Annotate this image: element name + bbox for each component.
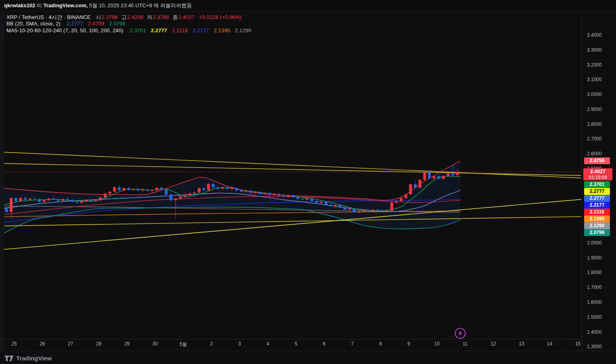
x-axis-tick: 15 — [575, 341, 580, 347]
x-axis-tick: 7 — [351, 341, 354, 347]
x-axis-tick: 14 — [547, 341, 552, 347]
y-axis-tick: 3.3000 — [587, 47, 602, 53]
ohlc-value: 2.3798 — [153, 14, 169, 20]
bb-values: 2.27772.47592.0796 — [62, 21, 125, 27]
x-axis-tick: 30 — [152, 341, 157, 347]
ohlc-label: 고 — [122, 14, 127, 20]
x-axis-tick: 9 — [407, 341, 410, 347]
legend-value: 2.2116 — [172, 27, 188, 33]
legend-symbol-row[interactable]: XRP / TetherUS · 4시간 · BINANCE 시2.3798고2… — [6, 14, 241, 21]
x-axis-tick: 5 — [295, 341, 298, 347]
x-axis-tick: 12 — [490, 341, 496, 347]
time-axis-border — [0, 339, 582, 339]
y-axis-tick: 2.0000 — [587, 240, 602, 246]
tradingview-logo-icon — [5, 356, 14, 361]
y-axis-tick: 1.4000 — [587, 329, 602, 335]
y-axis-tick: 2.7000 — [587, 136, 602, 142]
ohlc-label: 저 — [147, 14, 152, 20]
bb-upper-price-tag: 2.4759 — [584, 157, 610, 164]
left-gutter — [0, 11, 4, 351]
publisher-username: qkrwlaks102 — [4, 2, 35, 8]
legend-value: 2.3701 — [130, 27, 146, 33]
legend-value: 2.2177 — [193, 27, 209, 33]
tradingview-logo-text: TradingView — [16, 355, 52, 362]
ohlc-values: 시2.3798고2.4208저2.3798종2.4027 — [92, 14, 195, 20]
publish-info-bar: qkrwlaks102 이 TradingView.com, 5월 10, 20… — [0, 0, 616, 11]
legend-bb-row[interactable]: BB (20, SMA, close, 2) 2.27772.47592.079… — [6, 21, 126, 27]
publish-date: 5월 10, 2025 23:40 UTC+9 에 퍼블리쉬했음 — [88, 2, 192, 8]
symbol-title[interactable]: XRP / TetherUS · 4시간 · BINANCE — [6, 14, 90, 20]
last-price-tag: 2.402701:19:59 — [583, 168, 612, 180]
y-axis-tick: 1.6000 — [587, 299, 602, 305]
bar-countdown: 01:19:59 — [583, 174, 612, 180]
indicator-price-tag: 2.3701 — [584, 181, 610, 188]
y-axis-tick: 3.1000 — [587, 77, 602, 82]
change-value: +0.0228 (+0.96%) — [199, 14, 242, 20]
y-axis-tick: 2.9000 — [587, 107, 602, 112]
x-axis-tick: 29 — [124, 341, 130, 347]
ohlc-label: 종 — [173, 14, 178, 20]
legend-value: 2.2777 — [151, 27, 167, 33]
footer-bar: TradingView — [0, 351, 616, 364]
x-axis-tick: 10 — [434, 341, 440, 347]
indicator-price-tag: 2.2116 — [584, 209, 610, 215]
x-axis-tick: 4 — [266, 341, 269, 347]
y-axis-tick: 2.6000 — [587, 151, 602, 157]
x-axis-tick: 27 — [68, 341, 73, 347]
x-axis-tick: 11 — [463, 341, 467, 347]
legend-value: 2.1290 — [235, 27, 251, 33]
y-axis-tick: 3.4000 — [587, 32, 602, 38]
ohlc-label: 시 — [96, 14, 101, 20]
indicator-price-tag: 2.2177 — [584, 202, 610, 209]
price-axis[interactable]: 3.40003.30003.20003.10003.00002.90002.80… — [582, 11, 616, 351]
legend-value: 2.2777 — [67, 21, 83, 27]
y-axis-tick: 1.9000 — [587, 255, 602, 261]
x-axis-tick: 25 — [11, 341, 17, 347]
x-axis-tick: 3 — [238, 341, 241, 347]
ohlc-value: 2.4208 — [127, 14, 143, 20]
indicator-price-tag: 2.0796 — [584, 229, 610, 236]
bb-indicator-title[interactable]: BB (20, SMA, close, 2) — [6, 21, 61, 27]
tradingview-published-chart: qkrwlaks102 이 TradingView.com, 5월 10, 20… — [0, 0, 616, 364]
x-axis-tick: 6 — [323, 341, 326, 347]
x-axis-tick: 28 — [96, 341, 101, 347]
tradingview-logo[interactable]: TradingView — [5, 355, 52, 362]
y-axis-tick: 3.2000 — [587, 62, 602, 68]
publish-text-mid: 이 — [35, 2, 43, 8]
ma-values: 2.37012.27772.21162.21772.13952.1290 — [125, 27, 251, 33]
publish-site: TradingView.com, — [44, 2, 88, 8]
y-axis-tick: 3.0000 — [587, 92, 602, 97]
indicator-price-tag: 2.1395 — [584, 215, 610, 222]
y-axis-tick: 1.7000 — [587, 285, 602, 290]
y-axis-tick: 1.3000 — [587, 344, 602, 349]
price-chart-canvas[interactable] — [0, 0, 616, 364]
ohlc-value: 2.4027 — [178, 14, 195, 20]
x-axis-tick: 5월 — [180, 341, 187, 348]
x-axis-tick: 26 — [40, 341, 45, 347]
indicator-price-tag: 2.2777 — [584, 195, 610, 202]
indicator-price-tag: 2.1290 — [584, 222, 610, 229]
ma-indicator-title[interactable]: MA5-10-20-60-120-240 (7, 20, 50, 100, 20… — [6, 27, 123, 33]
legend-value: 2.0796 — [109, 21, 125, 27]
x-axis-tick: 13 — [519, 341, 524, 347]
legend-value: 2.1395 — [214, 27, 230, 33]
ohlc-value: 2.3798 — [101, 14, 117, 20]
y-axis-tick: 2.8000 — [587, 121, 602, 127]
x-axis-tick: 8 — [379, 341, 382, 347]
boost-lightning-icon[interactable] — [453, 326, 467, 341]
x-axis-tick: 2 — [210, 341, 213, 347]
y-axis-tick: 1.8000 — [587, 270, 602, 275]
indicator-price-tag: 2.2777 — [584, 188, 610, 195]
legend-ma-row[interactable]: MA5-10-20-60-120-240 (7, 20, 50, 100, 20… — [6, 27, 251, 33]
y-axis-tick: 1.5000 — [587, 314, 602, 320]
legend-value: 2.4759 — [88, 21, 104, 27]
